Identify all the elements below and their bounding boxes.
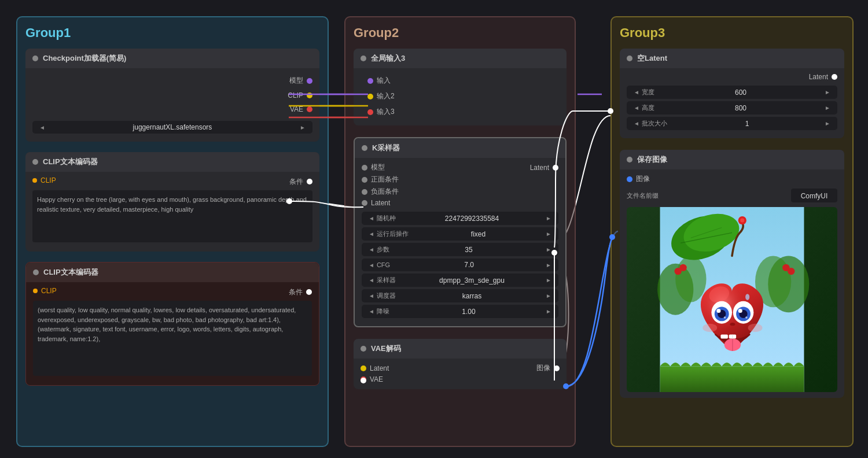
positive-prompt-text[interactable]: Happy cherry on the tree (large, with ey… [32, 190, 312, 242]
vae-decode-body: Latent 图像 VAE [354, 359, 567, 389]
checkpoint-next-btn[interactable]: ► [297, 124, 308, 131]
empty-latent-title: 空Latent [637, 53, 667, 64]
vae-decode-vae-label: VAE [370, 375, 383, 383]
node-canvas: Group1 Checkpoint加载器(简易) 模型 CLIP VAE [0, 0, 868, 458]
input1-label: 输入 [377, 76, 391, 86]
seed-next[interactable]: ► [543, 215, 554, 221]
input2-row: 输入2 [361, 88, 560, 104]
height-prev[interactable]: ◄ [631, 105, 642, 111]
seed-row[interactable]: ◄ 随机种 22472992335584 ► [362, 212, 558, 225]
condition-label-negative: 条件 [289, 287, 303, 297]
group1-title: Group1 [25, 25, 319, 40]
denoise-value: 1.00 [394, 308, 543, 316]
clip-negative-body: CLIP 条件 (worst quality, low quality, nor… [26, 282, 319, 385]
sampler-row[interactable]: ◄ 采样器 dpmpp_3m_sde_gpu ► [362, 274, 558, 287]
vae-out-label: VAE [290, 105, 303, 113]
scheduler-value: karras [400, 292, 543, 300]
cfg-prev[interactable]: ◄ [366, 262, 377, 268]
svg-point-26 [724, 316, 726, 319]
global-input-status-dot [361, 56, 366, 61]
post-action-prev[interactable]: ◄ [366, 231, 377, 237]
clip-out-label: CLIP [288, 91, 303, 99]
save-image-node: 保存图像 图像 文件名前缀 ComfyUI [620, 150, 844, 398]
sampler-label: 采样器 [377, 276, 396, 285]
width-next[interactable]: ► [822, 89, 833, 95]
sampler-prev[interactable]: ◄ [366, 277, 377, 283]
save-image-body: 图像 文件名前缀 ComfyUI [620, 169, 844, 398]
steps-next[interactable]: ► [543, 246, 554, 253]
checkpoint-prev-btn[interactable]: ◄ [37, 124, 47, 131]
empty-latent-body: Latent ◄ 宽度 600 ► ◄ 高度 800 ► [620, 68, 844, 138]
condition-out-dot-negative [306, 289, 312, 295]
scheduler-prev[interactable]: ◄ [366, 293, 377, 299]
vae-decode-image-label: 图像 [536, 363, 550, 373]
cherry-scene-svg [627, 207, 837, 392]
steps-row[interactable]: ◄ 步数 35 ► [362, 243, 558, 256]
ksampler-neg-in-dot [362, 189, 367, 195]
denoise-prev[interactable]: ◄ [366, 308, 377, 315]
sampler-next[interactable]: ► [543, 277, 554, 283]
svg-point-15 [745, 294, 749, 300]
file-prefix-label: 文件名前缀 [627, 191, 659, 200]
ksampler-model-label: 模型 [371, 162, 385, 172]
denoise-label: 降噪 [377, 307, 389, 316]
image-preview [627, 207, 837, 392]
checkpoint-name-row[interactable]: ◄ juggernautXL.safetensors ► [32, 121, 312, 134]
file-prefix-value: ComfyUI [801, 192, 828, 200]
clip-positive-header: CLIP文本编码器 [25, 152, 319, 172]
post-action-row[interactable]: ◄ 运行后操作 fixed ► [362, 227, 558, 241]
scheduler-row[interactable]: ◄ 调度器 karras ► [362, 289, 558, 302]
height-next[interactable]: ► [822, 105, 833, 111]
cfg-row[interactable]: ◄ CFG 7.0 ► [362, 258, 558, 271]
height-label: 高度 [642, 104, 654, 112]
svg-rect-36 [660, 367, 804, 392]
seed-prev[interactable]: ◄ [366, 215, 377, 221]
input3-row: 输入3 [361, 104, 560, 120]
cfg-value: 7.0 [395, 261, 543, 269]
vae-decode-latent-dot [361, 365, 366, 371]
checkpoint-header: Checkpoint加载器(简易) [25, 49, 319, 68]
group2: Group2 全局输入3 输入 输入2 输入3 [344, 16, 576, 447]
clip-in-dot-positive [32, 178, 37, 183]
batch-prev[interactable]: ◄ [631, 120, 642, 127]
model-label: 模型 [289, 76, 303, 86]
negative-prompt-text[interactable]: (worst quality, low quality, normal qual… [33, 301, 312, 376]
checkpoint-status-dot [32, 56, 38, 61]
vae-output-dot [307, 106, 312, 112]
width-row[interactable]: ◄ 宽度 600 ► [627, 86, 837, 99]
ksampler-node: K采样器 模型 Latent 正面条件 [354, 137, 567, 327]
vae-decode-image-dot [554, 365, 560, 371]
clip-positive-title: CLIP文本编码器 [43, 157, 98, 167]
clip-negative-title: CLIP文本编码器 [43, 267, 98, 278]
ksampler-pos-in-dot [362, 177, 367, 183]
checkpoint-title: Checkpoint加载器(简易) [43, 53, 126, 64]
clip-positive-body: CLIP 条件 Happy cherry on the tree (large,… [25, 172, 319, 252]
ksampler-title: K采样器 [372, 143, 400, 153]
denoise-next[interactable]: ► [543, 308, 554, 315]
post-action-value: fixed [413, 230, 543, 238]
height-value: 800 [659, 104, 822, 112]
clip-output-row: CLIP [32, 88, 312, 102]
denoise-row[interactable]: ◄ 降噪 1.00 ► [362, 305, 558, 318]
steps-value: 35 [394, 246, 543, 254]
image-in-dot [627, 176, 632, 182]
condition-out-dot-positive [307, 179, 312, 184]
batch-value: 1 [672, 120, 822, 128]
checkpoint-node: Checkpoint加载器(简易) 模型 CLIP VAE ◄ [25, 49, 319, 142]
sampler-value: dpmpp_3m_sde_gpu [400, 276, 543, 285]
clip-positive-status-dot [32, 159, 38, 165]
width-prev[interactable]: ◄ [631, 89, 642, 95]
batch-row[interactable]: ◄ 批次大小 1 ► [627, 117, 837, 130]
batch-next[interactable]: ► [822, 120, 833, 127]
height-row[interactable]: ◄ 高度 800 ► [627, 101, 837, 114]
scheduler-next[interactable]: ► [543, 293, 554, 299]
cfg-next[interactable]: ► [543, 262, 554, 268]
svg-point-40 [788, 268, 795, 275]
ksampler-status-dot [362, 145, 367, 151]
svg-point-13 [740, 219, 744, 223]
svg-point-27 [745, 316, 748, 319]
seed-label: 随机种 [377, 214, 396, 223]
input3-in-dot [367, 109, 373, 115]
steps-prev[interactable]: ◄ [366, 246, 377, 253]
post-action-next[interactable]: ► [543, 231, 554, 237]
